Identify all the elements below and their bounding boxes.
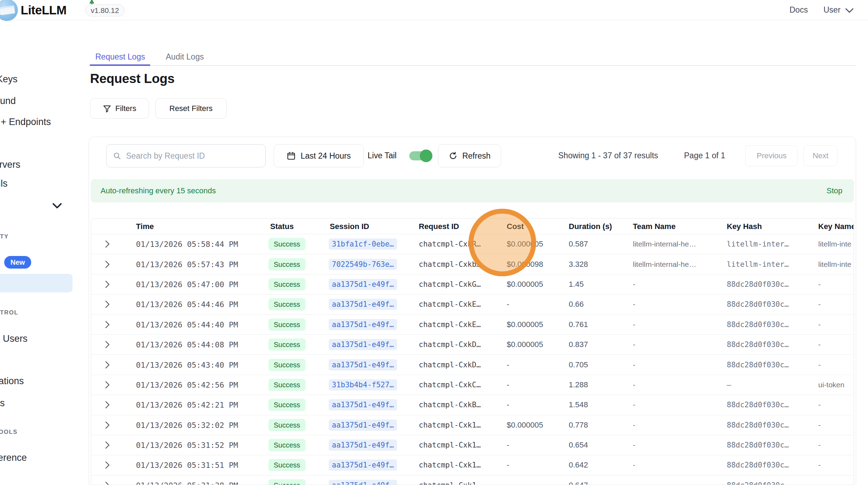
cell-duration: 0.705 (569, 360, 588, 369)
session-id-link[interactable]: 7022549b-763e… (329, 259, 397, 270)
next-page-button[interactable]: Next (804, 145, 838, 166)
reset-filters-button[interactable]: Reset Filters (155, 98, 227, 119)
table-row[interactable]: 01/13/2026 05:42:56 PM Success 31b3b4b4-… (91, 375, 854, 395)
search-input[interactable] (126, 151, 259, 161)
session-id-link[interactable]: aa1375d1-e49f… (329, 359, 397, 370)
expand-row-icon[interactable] (104, 240, 110, 249)
sidebar-item-organizations[interactable]: ations (0, 376, 24, 387)
expand-row-icon[interactable] (104, 300, 110, 309)
status-badge: Success (268, 318, 306, 331)
table-body: 01/13/2026 05:58:44 PM Success 31bfa1cf-… (91, 234, 854, 485)
cell-request-id: chatcmpl-CxkC… (419, 381, 481, 389)
cell-key-name: - (818, 280, 821, 289)
table-row[interactable]: 01/13/2026 05:44:40 PM Success aa1375d1-… (91, 314, 854, 334)
status-badge-wrap: Success (268, 258, 306, 270)
expand-row-icon[interactable] (104, 481, 110, 485)
previous-page-button[interactable]: Previous (745, 145, 798, 166)
expand-row-icon[interactable] (104, 260, 110, 269)
nav-docs-link[interactable]: Docs (790, 5, 808, 15)
session-id-link[interactable]: aa1375d1-e49f… (329, 339, 397, 350)
cell-time: 01/13/2026 05:43:40 PM (136, 360, 238, 369)
refresh-button[interactable]: Refresh (438, 144, 501, 167)
expand-row-icon[interactable] (104, 360, 110, 369)
funnel-icon (103, 104, 111, 113)
session-id-link[interactable]: aa1375d1-e49f… (329, 299, 397, 310)
chevron-down-icon[interactable] (845, 8, 854, 13)
expand-row-icon[interactable] (104, 280, 110, 289)
sidebar-item-teams[interactable]: s (0, 398, 5, 409)
status-badge: Success (268, 278, 306, 290)
time-range-button[interactable]: Last 24 Hours (274, 144, 364, 167)
session-id-link[interactable]: aa1375d1-e49f… (329, 319, 397, 330)
cell-key-hash: – (727, 381, 731, 389)
table-row[interactable]: 01/13/2026 05:32:02 PM Success aa1375d1-… (91, 415, 854, 435)
expand-row-icon[interactable] (104, 400, 110, 409)
session-id-link[interactable]: 31bfa1cf-0ebe… (329, 238, 397, 250)
status-badge-wrap: Success (268, 238, 306, 250)
table-row[interactable]: 01/13/2026 05:42:21 PM Success aa1375d1-… (91, 395, 854, 415)
sidebar-item-models-endpoints[interactable]: + Endpoints (1, 117, 51, 127)
cell-cost: - (507, 481, 509, 485)
session-id-link[interactable]: aa1375d1-e49f… (329, 279, 397, 290)
search-box[interactable] (106, 144, 266, 167)
expand-row-icon[interactable] (104, 421, 110, 430)
table-row[interactable]: 01/13/2026 05:44:46 PM Success aa1375d1-… (91, 294, 854, 314)
table-row[interactable]: 01/13/2026 05:47:00 PM Success aa1375d1-… (91, 274, 854, 294)
sidebar-item-users[interactable]: Users (3, 333, 28, 344)
cell-key-name: litellm-inte (818, 240, 852, 248)
sidebar-collapse-chevron-icon[interactable] (52, 202, 62, 209)
expand-row-icon[interactable] (104, 380, 110, 389)
col-cost: Cost (507, 222, 524, 231)
table-row[interactable]: 01/13/2026 05:43:40 PM Success aa1375d1-… (91, 354, 854, 374)
search-icon (113, 151, 121, 160)
cell-time: 01/13/2026 05:32:02 PM (136, 421, 238, 429)
cell-cost: $0.000005 (507, 421, 543, 430)
expand-row-icon[interactable] (104, 441, 110, 450)
table-row[interactable]: 01/13/2026 05:57:43 PM Success 7022549b-… (91, 254, 854, 274)
sidebar-item-virtual-keys[interactable]: Keys (0, 74, 18, 85)
sidebar-item-reference[interactable]: erence (0, 452, 27, 463)
table-row[interactable]: 01/13/2026 05:44:08 PM Success aa1375d1-… (91, 334, 854, 354)
live-tail-toggle[interactable] (409, 151, 432, 160)
cell-team-name: - (633, 361, 635, 369)
col-key-name: Key Name (818, 222, 854, 231)
nav-user-menu[interactable]: User (823, 5, 841, 15)
col-time: Time (136, 222, 154, 231)
cell-request-id: chatcmpl-CxkE… (419, 320, 481, 329)
stop-auto-refresh-link[interactable]: Stop (827, 186, 842, 195)
cell-time: 01/13/2026 05:58:44 PM (136, 240, 238, 249)
session-id-link[interactable]: aa1375d1-e49f… (329, 399, 397, 410)
session-id-link[interactable]: aa1375d1-e49f… (329, 480, 397, 485)
expand-row-icon[interactable] (104, 340, 110, 349)
table-row[interactable]: 01/13/2026 05:31:38 PM Success aa1375d1-… (91, 475, 854, 485)
expand-row-icon[interactable] (104, 460, 110, 470)
cell-team-name: litellm-internal-he… (633, 240, 696, 248)
sidebar-item-logs-selected[interactable] (0, 274, 73, 292)
results-summary: Showing 1 - 37 of 37 results (558, 151, 658, 160)
sidebar-item-guardrails[interactable]: ils (0, 178, 8, 189)
cell-cost: $0.000005 (507, 240, 543, 249)
new-badge: New (4, 256, 31, 269)
table-row[interactable]: 01/13/2026 05:58:44 PM Success 31bfa1cf-… (91, 234, 854, 254)
sidebar-item-playground[interactable]: und (0, 96, 16, 106)
tab-audit-logs[interactable]: Audit Logs (166, 52, 204, 62)
cell-request-id: chatcmpl-CxkE… (419, 300, 481, 309)
sidebar-item-servers[interactable]: rvers (0, 159, 20, 170)
session-id-link[interactable]: aa1375d1-e49f… (329, 420, 397, 431)
filters-button[interactable]: Filters (90, 98, 149, 119)
cell-team-name: litellm-internal-he… (633, 260, 696, 269)
session-id-link[interactable]: aa1375d1-e49f… (329, 459, 397, 471)
cell-request-id: chatcmpl-CxkD… (419, 340, 481, 349)
session-id-link[interactable]: aa1375d1-e49f… (329, 439, 397, 451)
table-row[interactable]: 01/13/2026 05:31:52 PM Success aa1375d1-… (91, 435, 854, 455)
table-row[interactable]: 01/13/2026 05:31:51 PM Success aa1375d1-… (91, 455, 854, 475)
col-duration: Duration (s) (569, 222, 612, 231)
tab-request-logs[interactable]: Request Logs (95, 52, 145, 62)
cell-time: 01/13/2026 05:31:51 PM (136, 461, 238, 470)
session-id-link[interactable]: 31b3b4b4-f527… (329, 379, 397, 390)
cell-duration: 0.761 (569, 320, 588, 329)
cell-cost: - (507, 300, 509, 309)
expand-row-icon[interactable] (104, 320, 110, 329)
status-badge: Success (268, 339, 306, 351)
request-logs-table: Time Status Session ID Request ID Cost D… (91, 218, 854, 485)
